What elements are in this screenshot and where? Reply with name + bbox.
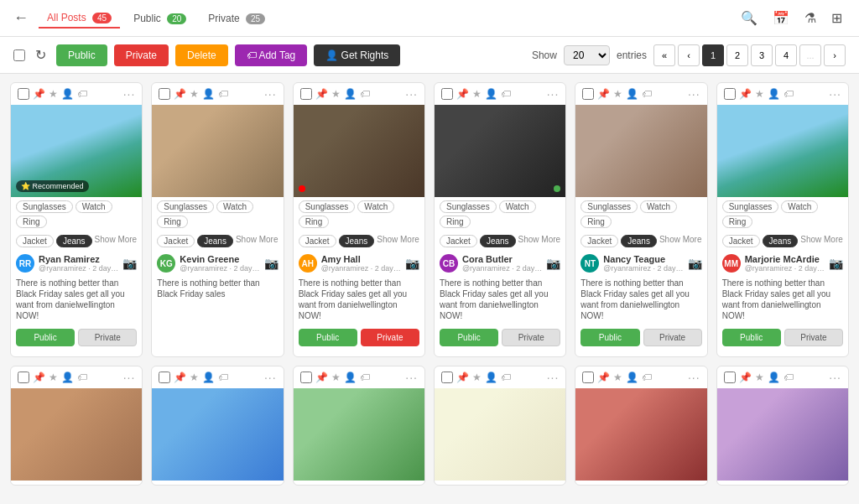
tag-icon[interactable]: 🏷	[642, 372, 652, 383]
show-more-tags[interactable]: Show More	[236, 235, 279, 247]
tag-chip[interactable]: Jacket	[580, 235, 618, 247]
page-2-button[interactable]: 2	[726, 44, 748, 66]
card-checkbox[interactable]	[18, 88, 29, 100]
tag-icon[interactable]: 🏷	[642, 88, 652, 100]
select-all-checkbox[interactable]	[13, 49, 25, 61]
tag-chip[interactable]: Jeans	[621, 235, 657, 247]
card-checkbox[interactable]	[724, 88, 736, 100]
page-first-button[interactable]: «	[653, 44, 675, 66]
star-icon[interactable]: ★	[331, 88, 341, 100]
refresh-button[interactable]: ↻	[32, 44, 49, 66]
show-more-tags[interactable]: Show More	[800, 235, 843, 247]
more-icon[interactable]: ···	[688, 371, 700, 384]
user-icon[interactable]: 👤	[768, 88, 780, 100]
private-action-button[interactable]: Private	[114, 44, 169, 66]
pin-icon[interactable]: 📌	[739, 372, 752, 383]
user-icon[interactable]: 👤	[61, 372, 74, 383]
tag-chip[interactable]: Watch	[499, 200, 536, 213]
star-icon[interactable]: ★	[49, 372, 58, 383]
pin-icon[interactable]: 📌	[597, 372, 610, 383]
star-icon[interactable]: ★	[613, 88, 622, 100]
tag-chip[interactable]: Ring	[16, 216, 47, 228]
more-icon[interactable]: ···	[547, 87, 560, 101]
show-more-tags[interactable]: Show More	[377, 235, 419, 247]
tag-icon[interactable]: 🏷	[218, 88, 228, 100]
user-icon[interactable]: 👤	[202, 372, 215, 383]
user-icon[interactable]: 👤	[61, 88, 74, 100]
star-icon[interactable]: ★	[755, 372, 764, 383]
more-icon[interactable]: ···	[123, 371, 136, 384]
tag-chip[interactable]: Watch	[75, 200, 112, 213]
more-icon[interactable]: ···	[829, 371, 841, 384]
tab-all-posts[interactable]: All Posts 45	[39, 8, 120, 29]
tag-chip[interactable]: Sunglasses	[580, 200, 638, 213]
show-more-tags[interactable]: Show More	[95, 235, 138, 247]
tag-chip[interactable]: Sunglasses	[16, 200, 73, 213]
pin-icon[interactable]: 📌	[33, 88, 45, 100]
get-rights-button[interactable]: 👤 Get Rights	[314, 44, 400, 66]
tag-chip[interactable]: Jeans	[763, 235, 799, 247]
page-next-button[interactable]: ›	[824, 44, 846, 66]
tag-chip[interactable]: Jeans	[480, 235, 516, 247]
tag-icon[interactable]: 🏷	[501, 372, 511, 383]
page-3-button[interactable]: 3	[751, 44, 773, 66]
page-1-button[interactable]: 1	[702, 44, 724, 66]
set-public-button[interactable]: Public	[16, 329, 75, 346]
card-checkbox[interactable]	[159, 372, 170, 383]
card-checkbox[interactable]	[582, 372, 594, 383]
search-button[interactable]: 🔍	[737, 7, 761, 29]
pin-icon[interactable]: 📌	[174, 88, 186, 100]
tag-chip[interactable]: Watch	[357, 200, 394, 213]
set-public-button[interactable]: Public	[299, 329, 357, 346]
set-private-button[interactable]: Private	[361, 329, 419, 346]
tag-chip[interactable]: Ring	[299, 216, 330, 228]
user-icon[interactable]: 👤	[202, 88, 215, 100]
tag-chip[interactable]: Jacket	[16, 235, 54, 247]
pin-icon[interactable]: 📌	[315, 372, 328, 383]
pin-icon[interactable]: 📌	[456, 372, 469, 383]
pin-icon[interactable]: 📌	[456, 88, 469, 100]
card-checkbox[interactable]	[159, 88, 170, 100]
star-icon[interactable]: ★	[472, 88, 482, 100]
set-private-button[interactable]: Private	[78, 329, 137, 346]
tag-chip[interactable]: Jacket	[157, 235, 195, 247]
add-tag-button[interactable]: 🏷 Add Tag	[235, 44, 308, 66]
star-icon[interactable]: ★	[331, 372, 341, 383]
more-icon[interactable]: ···	[829, 87, 841, 101]
card-checkbox[interactable]	[724, 372, 736, 383]
tag-chip[interactable]: Sunglasses	[157, 200, 214, 213]
user-icon[interactable]: 👤	[768, 372, 780, 383]
tag-chip[interactable]: Ring	[157, 216, 188, 228]
set-public-button[interactable]: Public	[722, 329, 781, 346]
tag-chip[interactable]: Sunglasses	[440, 200, 497, 213]
grid-view-button[interactable]: ⊞	[828, 7, 846, 29]
page-4-button[interactable]: 4	[775, 44, 797, 66]
tab-public[interactable]: Public 20	[125, 9, 195, 28]
tag-chip[interactable]: Ring	[580, 216, 612, 228]
more-icon[interactable]: ···	[405, 87, 418, 101]
set-private-button[interactable]: Private	[502, 329, 560, 346]
more-icon[interactable]: ···	[547, 371, 560, 384]
more-icon[interactable]: ···	[264, 87, 277, 101]
pin-icon[interactable]: 📌	[33, 372, 45, 383]
user-icon[interactable]: 👤	[626, 88, 638, 100]
tag-chip[interactable]: Jeans	[197, 235, 233, 247]
page-prev-button[interactable]: ‹	[678, 44, 700, 66]
star-icon[interactable]: ★	[472, 372, 482, 383]
card-checkbox[interactable]	[300, 372, 312, 383]
tag-chip[interactable]: Jacket	[722, 235, 760, 247]
card-checkbox[interactable]	[441, 88, 453, 100]
pin-icon[interactable]: 📌	[174, 372, 186, 383]
star-icon[interactable]: ★	[49, 88, 58, 100]
tag-chip[interactable]: Jacket	[440, 235, 477, 247]
more-icon[interactable]: ···	[123, 87, 136, 101]
tag-chip[interactable]: Jacket	[299, 235, 336, 247]
tag-icon[interactable]: 🏷	[77, 88, 87, 100]
tag-chip[interactable]: Jeans	[339, 235, 375, 247]
tag-chip[interactable]: Watch	[640, 200, 677, 213]
user-icon[interactable]: 👤	[626, 372, 638, 383]
public-action-button[interactable]: Public	[56, 44, 107, 66]
tag-chip[interactable]: Ring	[440, 216, 471, 228]
pin-icon[interactable]: 📌	[597, 88, 610, 100]
pin-icon[interactable]: 📌	[315, 88, 328, 100]
